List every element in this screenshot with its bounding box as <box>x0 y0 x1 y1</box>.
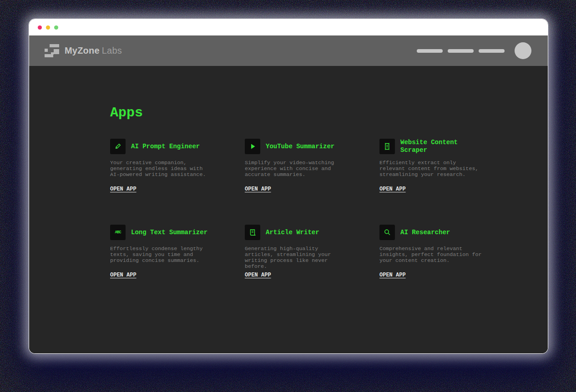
avatar[interactable] <box>515 42 531 59</box>
app-description: Effortlessly condense lengthy texts, sav… <box>110 246 214 264</box>
app-description: Comprehensive and relevant insights, per… <box>379 246 483 264</box>
app-card-article-writer: Article Writer Generating high-quality a… <box>245 225 352 278</box>
open-app-link[interactable]: OPEN APP <box>379 186 406 192</box>
app-title: AI Prompt Engineer <box>131 143 200 151</box>
app-card-website-content-scraper: Website Content Scraper Efficiently extr… <box>379 139 487 192</box>
app-card-ai-prompt-engineer: AI Prompt Engineer Your creative compani… <box>110 139 217 192</box>
app-description: Generating high-quality articles, stream… <box>245 246 349 270</box>
brand-logo[interactable]: MyZoneLabs <box>45 44 122 58</box>
page-title: Apps <box>110 106 530 120</box>
nav-placeholder-1[interactable] <box>417 49 443 53</box>
search-icon <box>379 225 395 240</box>
receipt-icon <box>379 139 395 154</box>
app-card-youtube-summarizer: YouTube Summarizer Simplify your video-w… <box>245 139 352 192</box>
browser-window: MyZoneLabs Apps AI Prompt Engineer <box>29 19 548 353</box>
app-card-long-text-summarizer: ABC Long Text Summarizer Effortlessly co… <box>110 225 217 278</box>
minimize-window-icon[interactable] <box>46 25 50 30</box>
myzone-logo-icon <box>45 44 59 58</box>
app-card-ai-researcher: AI Researcher Comprehensive and relevant… <box>379 225 487 278</box>
app-description: Your creative companion, generating endl… <box>110 160 214 178</box>
app-description: Simplify your video-watching experience … <box>245 160 349 178</box>
app-title: YouTube Summarizer <box>266 143 334 151</box>
close-window-icon[interactable] <box>38 25 42 30</box>
zoom-window-icon[interactable] <box>54 25 58 30</box>
open-app-link[interactable]: OPEN APP <box>110 272 136 278</box>
play-icon <box>245 139 260 154</box>
header-nav <box>412 42 531 59</box>
open-app-link[interactable]: OPEN APP <box>110 186 136 192</box>
app-header: MyZoneLabs <box>29 35 548 66</box>
app-title: Article Writer <box>266 229 319 236</box>
open-app-link[interactable]: OPEN APP <box>245 186 271 192</box>
open-app-link[interactable]: OPEN APP <box>245 272 271 278</box>
window-titlebar <box>29 19 548 35</box>
app-title: Long Text Summarizer <box>131 229 207 236</box>
apps-grid: AI Prompt Engineer Your creative compani… <box>110 139 530 278</box>
nav-placeholder-3[interactable] <box>479 49 505 53</box>
app-title: AI Researcher <box>400 229 450 236</box>
pencil-icon <box>110 139 126 154</box>
open-app-link[interactable]: OPEN APP <box>379 272 406 278</box>
nav-placeholder-2[interactable] <box>448 49 474 53</box>
scroll-icon <box>245 225 260 240</box>
app-description: Efficiently extract only relevant conten… <box>379 160 483 178</box>
abc-icon: ABC <box>110 225 126 240</box>
app-title: Website Content Scraper <box>400 139 487 154</box>
brand-name: MyZoneLabs <box>65 45 122 56</box>
main-content: Apps AI Prompt Engineer Your creative co… <box>29 66 548 353</box>
